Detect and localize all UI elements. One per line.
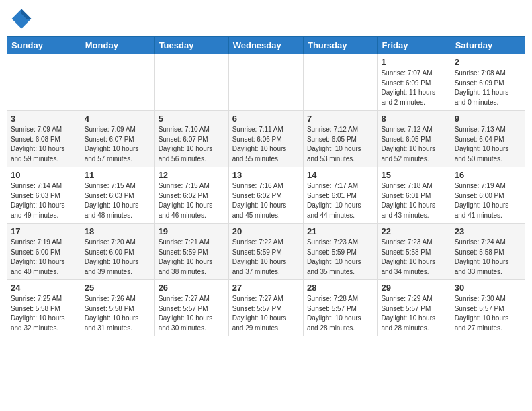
logo: [9, 7, 36, 31]
day-number: 23: [455, 226, 521, 236]
day-number: 17: [11, 226, 77, 236]
day-number: 7: [307, 113, 373, 124]
day-number: 5: [159, 113, 225, 124]
calendar-cell: 16Sunrise: 7:19 AM Sunset: 6:00 PM Dayli…: [451, 167, 525, 224]
calendar-cell: 17Sunrise: 7:19 AM Sunset: 6:00 PM Dayli…: [7, 224, 81, 280]
day-info: Sunrise: 7:10 AM Sunset: 6:07 PM Dayligh…: [159, 125, 225, 164]
day-number: 28: [307, 283, 373, 293]
calendar-week-row: 24Sunrise: 7:25 AM Sunset: 5:58 PM Dayli…: [7, 280, 525, 336]
calendar-cell: 30Sunrise: 7:30 AM Sunset: 5:57 PM Dayli…: [451, 280, 525, 336]
day-info: Sunrise: 7:19 AM Sunset: 6:00 PM Dayligh…: [455, 181, 521, 220]
calendar-cell: 11Sunrise: 7:15 AM Sunset: 6:03 PM Dayli…: [81, 167, 154, 224]
day-info: Sunrise: 7:23 AM Sunset: 5:59 PM Dayligh…: [307, 238, 373, 277]
calendar-cell: 1Sunrise: 7:07 AM Sunset: 6:09 PM Daylig…: [378, 54, 451, 111]
day-info: Sunrise: 7:13 AM Sunset: 6:04 PM Dayligh…: [455, 125, 521, 164]
day-number: 14: [307, 170, 373, 180]
calendar-week-row: 17Sunrise: 7:19 AM Sunset: 6:00 PM Dayli…: [7, 224, 525, 280]
calendar-cell: [81, 54, 154, 111]
day-info: Sunrise: 7:23 AM Sunset: 5:58 PM Dayligh…: [381, 238, 447, 277]
day-info: Sunrise: 7:12 AM Sunset: 6:05 PM Dayligh…: [307, 125, 373, 164]
day-number: 4: [85, 113, 151, 124]
calendar-week-row: 3Sunrise: 7:09 AM Sunset: 6:08 PM Daylig…: [7, 111, 525, 167]
col-header-wednesday: Wednesday: [228, 37, 303, 54]
calendar-week-row: 10Sunrise: 7:14 AM Sunset: 6:03 PM Dayli…: [7, 167, 525, 224]
day-info: Sunrise: 7:07 AM Sunset: 6:09 PM Dayligh…: [381, 68, 447, 107]
day-number: 6: [232, 113, 300, 124]
day-info: Sunrise: 7:11 AM Sunset: 6:06 PM Dayligh…: [232, 125, 300, 164]
day-info: Sunrise: 7:28 AM Sunset: 5:57 PM Dayligh…: [307, 294, 373, 333]
day-number: 12: [159, 170, 225, 180]
day-number: 29: [381, 283, 447, 293]
calendar-cell: 27Sunrise: 7:27 AM Sunset: 5:57 PM Dayli…: [228, 280, 303, 336]
day-number: 8: [381, 113, 447, 124]
day-number: 27: [232, 283, 300, 293]
day-number: 15: [381, 170, 447, 180]
day-info: Sunrise: 7:08 AM Sunset: 6:09 PM Dayligh…: [455, 68, 521, 107]
col-header-sunday: Sunday: [7, 37, 81, 54]
calendar-cell: [7, 54, 81, 111]
day-number: 25: [85, 283, 151, 293]
calendar-cell: 29Sunrise: 7:29 AM Sunset: 5:57 PM Dayli…: [378, 280, 451, 336]
calendar-cell: [303, 54, 377, 111]
day-number: 24: [11, 283, 77, 293]
logo-icon: [9, 7, 34, 31]
day-number: 16: [455, 170, 521, 180]
day-info: Sunrise: 7:25 AM Sunset: 5:58 PM Dayligh…: [11, 294, 77, 333]
calendar-cell: 28Sunrise: 7:28 AM Sunset: 5:57 PM Dayli…: [303, 280, 377, 336]
day-number: 1: [381, 57, 447, 67]
calendar-cell: 6Sunrise: 7:11 AM Sunset: 6:06 PM Daylig…: [228, 111, 303, 167]
col-header-saturday: Saturday: [451, 37, 525, 54]
calendar-cell: 10Sunrise: 7:14 AM Sunset: 6:03 PM Dayli…: [7, 167, 81, 224]
day-info: Sunrise: 7:18 AM Sunset: 6:01 PM Dayligh…: [381, 181, 447, 220]
calendar-cell: 4Sunrise: 7:09 AM Sunset: 6:07 PM Daylig…: [81, 111, 154, 167]
day-info: Sunrise: 7:30 AM Sunset: 5:57 PM Dayligh…: [455, 294, 521, 333]
col-header-tuesday: Tuesday: [154, 37, 228, 54]
calendar-table: SundayMondayTuesdayWednesdayThursdayFrid…: [7, 36, 525, 336]
calendar-cell: 22Sunrise: 7:23 AM Sunset: 5:58 PM Dayli…: [378, 224, 451, 280]
calendar-cell: [228, 54, 303, 111]
day-number: 26: [159, 283, 225, 293]
calendar-cell: 24Sunrise: 7:25 AM Sunset: 5:58 PM Dayli…: [7, 280, 81, 336]
page-header: [7, 7, 525, 31]
calendar-cell: 9Sunrise: 7:13 AM Sunset: 6:04 PM Daylig…: [451, 111, 525, 167]
calendar-cell: 26Sunrise: 7:27 AM Sunset: 5:57 PM Dayli…: [154, 280, 228, 336]
calendar-cell: 7Sunrise: 7:12 AM Sunset: 6:05 PM Daylig…: [303, 111, 377, 167]
day-info: Sunrise: 7:29 AM Sunset: 5:57 PM Dayligh…: [381, 294, 447, 333]
day-number: 21: [307, 226, 373, 236]
day-info: Sunrise: 7:15 AM Sunset: 6:02 PM Dayligh…: [159, 181, 225, 220]
day-info: Sunrise: 7:12 AM Sunset: 6:05 PM Dayligh…: [381, 125, 447, 164]
calendar-cell: 23Sunrise: 7:24 AM Sunset: 5:58 PM Dayli…: [451, 224, 525, 280]
day-number: 13: [232, 170, 300, 180]
day-number: 20: [232, 226, 300, 236]
day-number: 9: [455, 113, 521, 124]
day-info: Sunrise: 7:24 AM Sunset: 5:58 PM Dayligh…: [455, 238, 521, 277]
calendar-cell: 14Sunrise: 7:17 AM Sunset: 6:01 PM Dayli…: [303, 167, 377, 224]
calendar-cell: 2Sunrise: 7:08 AM Sunset: 6:09 PM Daylig…: [451, 54, 525, 111]
calendar-cell: 8Sunrise: 7:12 AM Sunset: 6:05 PM Daylig…: [378, 111, 451, 167]
calendar-cell: 19Sunrise: 7:21 AM Sunset: 5:59 PM Dayli…: [154, 224, 228, 280]
calendar-header-row: SundayMondayTuesdayWednesdayThursdayFrid…: [7, 37, 525, 54]
day-number: 10: [11, 170, 77, 180]
col-header-thursday: Thursday: [303, 37, 377, 54]
calendar-cell: 12Sunrise: 7:15 AM Sunset: 6:02 PM Dayli…: [154, 167, 228, 224]
calendar-cell: 13Sunrise: 7:16 AM Sunset: 6:02 PM Dayli…: [228, 167, 303, 224]
calendar-cell: 3Sunrise: 7:09 AM Sunset: 6:08 PM Daylig…: [7, 111, 81, 167]
day-number: 18: [85, 226, 151, 236]
calendar-cell: 20Sunrise: 7:22 AM Sunset: 5:59 PM Dayli…: [228, 224, 303, 280]
day-number: 22: [381, 226, 447, 236]
day-info: Sunrise: 7:16 AM Sunset: 6:02 PM Dayligh…: [232, 181, 300, 220]
day-info: Sunrise: 7:20 AM Sunset: 6:00 PM Dayligh…: [85, 238, 151, 277]
day-info: Sunrise: 7:09 AM Sunset: 6:08 PM Dayligh…: [11, 125, 77, 164]
col-header-friday: Friday: [378, 37, 451, 54]
calendar-cell: [154, 54, 228, 111]
day-info: Sunrise: 7:15 AM Sunset: 6:03 PM Dayligh…: [85, 181, 151, 220]
day-number: 2: [455, 57, 521, 67]
day-number: 3: [11, 113, 77, 124]
calendar-cell: 25Sunrise: 7:26 AM Sunset: 5:58 PM Dayli…: [81, 280, 154, 336]
day-number: 19: [159, 226, 225, 236]
day-info: Sunrise: 7:26 AM Sunset: 5:58 PM Dayligh…: [85, 294, 151, 333]
day-number: 11: [85, 170, 151, 180]
day-info: Sunrise: 7:27 AM Sunset: 5:57 PM Dayligh…: [159, 294, 225, 333]
calendar-cell: 18Sunrise: 7:20 AM Sunset: 6:00 PM Dayli…: [81, 224, 154, 280]
day-number: 30: [455, 283, 521, 293]
